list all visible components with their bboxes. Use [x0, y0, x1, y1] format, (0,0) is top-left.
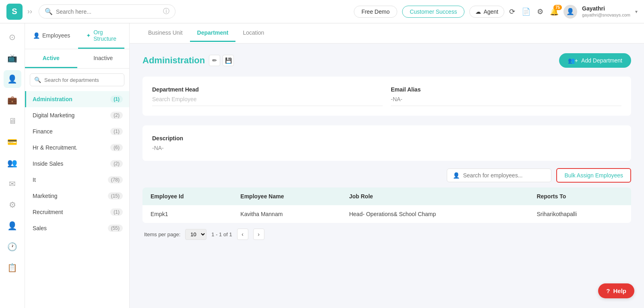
notification-icon[interactable]: 🔔 75	[550, 7, 559, 16]
edit-icon-btn[interactable]: ✏	[209, 55, 220, 66]
sub-tab-location[interactable]: Location	[235, 25, 271, 42]
dept-item-count: (55)	[108, 225, 123, 232]
dept-item[interactable]: It(78)	[25, 172, 129, 188]
user-dropdown-arrow[interactable]: ▾	[635, 9, 638, 15]
notification-badge: 75	[553, 5, 562, 10]
help-button[interactable]: ? Help	[598, 283, 634, 298]
agent-button[interactable]: ☁ Agent	[469, 6, 504, 18]
dept-item-name: It	[33, 177, 36, 183]
cell-emp-id: Empk1	[142, 205, 232, 223]
col-reports-to: Reports To	[528, 187, 631, 205]
dept-item-name: Hr & Recruitment.	[33, 144, 77, 151]
nav-briefcase[interactable]: 💼	[4, 91, 21, 109]
nav-group[interactable]: 👥	[4, 154, 21, 172]
header-icons: ⟳ 📄 ⚙ 🔔 75	[509, 7, 559, 16]
nav-home[interactable]: ⊙	[4, 28, 21, 46]
email-alias-field: Email Alias -NA-	[391, 86, 621, 106]
dept-search-input[interactable]	[44, 77, 120, 83]
emp-search-box[interactable]: 👤	[447, 169, 551, 182]
dept-item[interactable]: Hr & Recruitment.(6)	[25, 139, 129, 156]
employees-icon: 👤	[33, 32, 40, 39]
avatar: 👤	[564, 5, 577, 19]
tab-org-label: Org Structure	[93, 29, 116, 42]
per-page-select[interactable]: 10 25 50	[185, 229, 206, 240]
dept-item-name: Sales	[33, 225, 47, 231]
left-nav: ⊙ 📺 👤 💼 🖥 💳 👥 ✉ ⚙ 👤 🕐 📋	[0, 23, 25, 308]
dept-item-count: (2)	[110, 112, 123, 119]
add-dept-icon: 👥+	[568, 57, 578, 64]
settings-icon[interactable]: ⚙	[537, 7, 543, 16]
global-search-bar[interactable]: 🔍 ⓘ	[39, 4, 175, 19]
dept-list: Administration(1)Digital Marketing(2)Fin…	[25, 91, 129, 308]
search-input[interactable]	[56, 8, 160, 15]
next-page-button[interactable]: ›	[253, 229, 264, 240]
nav-report[interactable]: 📋	[4, 259, 21, 277]
header: S ›› 🔍 ⓘ Free Demo Customer Success ☁ Ag…	[0, 0, 644, 23]
nav-monitor[interactable]: 🖥	[4, 112, 21, 130]
nav-employees[interactable]: 👤	[4, 70, 21, 88]
nav-settings[interactable]: ⚙	[4, 196, 21, 214]
nav-card[interactable]: 💳	[4, 133, 21, 151]
col-job-role: Job Role	[341, 187, 528, 205]
active-inactive-tabs: Active Inactive	[25, 49, 129, 69]
tab-hr-settings[interactable]: 👥 HR Settings	[124, 23, 130, 49]
org-icon: ✦	[86, 32, 91, 39]
dept-head-value[interactable]: Search Employee	[152, 96, 383, 106]
emp-search-input[interactable]	[463, 172, 545, 179]
description-value: -NA-	[152, 145, 621, 151]
tab-org-structure[interactable]: ✦ Org Structure	[78, 23, 124, 49]
tab-active[interactable]: Active	[25, 49, 77, 68]
content-area: Administration ✏ 💾 👥+ Add Department Dep…	[130, 44, 644, 308]
emp-search-icon: 👤	[453, 172, 460, 179]
table-row: Empk1 Kavitha Mannam Head- Operations& S…	[142, 205, 631, 223]
dept-item[interactable]: Finance(1)	[25, 123, 129, 139]
free-demo-button[interactable]: Free Demo	[354, 6, 397, 18]
sub-tab-business-unit[interactable]: Business Unit	[141, 25, 190, 42]
nav-clock[interactable]: 🕐	[4, 238, 21, 256]
nav-user[interactable]: 👤	[4, 217, 21, 235]
dept-item[interactable]: Administration(1)	[25, 91, 129, 107]
nav-dots: ››	[27, 7, 32, 16]
top-tabs: 👤 Employees ✦ Org Structure 👥 HR Setting…	[25, 23, 129, 49]
dept-title-icons: ✏ 💾	[209, 55, 234, 66]
dept-item-name: Digital Marketing	[33, 112, 74, 119]
tab-employees-label: Employees	[42, 32, 70, 39]
sub-tab-department[interactable]: Department	[190, 25, 236, 42]
dept-item-count: (1)	[110, 128, 123, 135]
save-icon-btn[interactable]: 💾	[223, 55, 234, 66]
info-icon: ⓘ	[163, 7, 169, 16]
dept-title-text: Administration	[142, 55, 205, 66]
tab-inactive[interactable]: Inactive	[77, 49, 130, 68]
dept-item[interactable]: Recruitment(1)	[25, 204, 129, 220]
dept-item[interactable]: Inside Sales(2)	[25, 156, 129, 172]
dept-item[interactable]: Digital Marketing(2)	[25, 107, 129, 123]
dept-item[interactable]: Marketing(15)	[25, 188, 129, 204]
user-name: Gayathri	[582, 5, 630, 12]
dept-item[interactable]: Sales(55)	[25, 220, 129, 236]
prev-page-button[interactable]: ‹	[237, 229, 248, 240]
user-info: Gayathri gayathri@snovasys.com	[582, 5, 630, 18]
sub-tabs: Business Unit Department Location	[130, 23, 644, 44]
dept-search-bar[interactable]: 🔍	[30, 73, 124, 86]
table-header-row: Employee Id Employee Name Job Role Repor…	[142, 187, 631, 205]
dept-item-count: (1)	[110, 208, 123, 216]
page-info: 1 - 1 of 1	[211, 231, 232, 237]
nav-tv[interactable]: 📺	[4, 49, 21, 67]
bulk-assign-button[interactable]: Bulk Assign Employees	[556, 168, 631, 183]
col-employee-id: Employee Id	[142, 187, 232, 205]
dept-item-name: Marketing	[33, 193, 57, 199]
help-label: Help	[613, 287, 626, 294]
customer-success-button[interactable]: Customer Success	[402, 6, 464, 18]
cell-job-role: Head- Operations& School Champ	[341, 205, 528, 223]
dept-head-field: Department Head Search Employee	[152, 86, 383, 106]
nav-mail[interactable]: ✉	[4, 175, 21, 193]
tab-employees[interactable]: 👤 Employees	[25, 23, 78, 49]
info-grid: Department Head Search Employee Email Al…	[142, 77, 631, 116]
refresh-icon[interactable]: ⟳	[509, 7, 515, 16]
document-icon[interactable]: 📄	[522, 7, 530, 16]
agent-icon: ☁	[475, 8, 481, 15]
emp-search-row: 👤 Bulk Assign Employees	[142, 168, 631, 183]
col-employee-name: Employee Name	[232, 187, 341, 205]
add-department-button[interactable]: 👥+ Add Department	[559, 53, 631, 68]
description-label: Description	[152, 135, 621, 142]
